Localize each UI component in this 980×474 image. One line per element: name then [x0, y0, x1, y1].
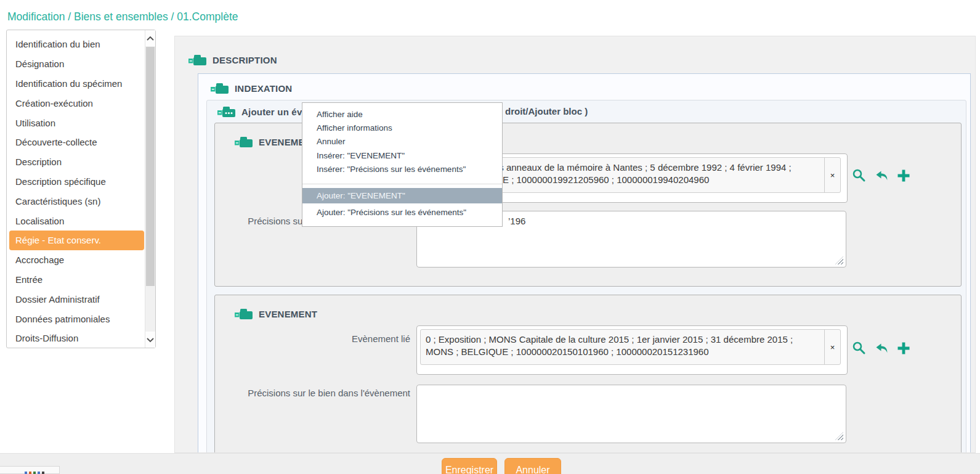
linked-event-label: Evènement lié: [227, 333, 410, 344]
undo-icon: [875, 342, 888, 354]
precisions-textarea[interactable]: [416, 385, 846, 443]
add-event-title-right: droit/Ajouter bloc ): [505, 106, 588, 116]
plus-icon: [897, 341, 910, 355]
chevron-up-icon: [146, 35, 155, 42]
scrollbar-down-button[interactable]: [145, 332, 155, 348]
sidebar-item-identification-du-bien[interactable]: Identification du bien: [7, 35, 145, 54]
chevron-down-icon: [146, 337, 155, 343]
sidebar-list: Identification du bien Désignation Ident…: [7, 30, 145, 348]
context-menu: Afficher aide Afficher informations Annu…: [302, 102, 503, 227]
sidebar-item-accrochage[interactable]: Accrochage: [7, 250, 145, 270]
sidebar-item-decouverte-collecte[interactable]: Découverte-collecte: [7, 133, 145, 152]
event-2-header: EVENEMENT: [235, 308, 317, 320]
menu-item-afficher-informations[interactable]: Afficher informations: [302, 121, 502, 134]
breadcrumb: Modification / Biens et ensembles / 01.C…: [7, 10, 238, 23]
sidebar-item-utilisation[interactable]: Utilisation: [7, 113, 145, 133]
scrollbar-up-button[interactable]: [145, 30, 155, 46]
precisions-value: [417, 385, 846, 393]
field-actions: [851, 168, 911, 183]
menu-gap: [302, 176, 502, 184]
menu-item-inserer-precisions[interactable]: Insérer: "Précisions sur les événements": [302, 163, 502, 176]
main-panel-description: DESCRIPTION INDEXATION Ajouter un évé dr…: [174, 36, 976, 453]
sidebar-item-dossier-administratif[interactable]: Dossier Administratif: [7, 289, 145, 309]
linked-event-value: 0 ; Exposition ; MONS Capitale de la cul…: [421, 330, 824, 364]
page: { "page": { "breadcrumb": "Modification …: [0, 0, 980, 474]
sidebar-item-droits-diffusion[interactable]: Droits-Diffusion: [7, 329, 145, 348]
indexation-title: INDEXATION: [235, 83, 292, 94]
scrollbar-thumb[interactable]: [146, 47, 155, 286]
undo-button[interactable]: [873, 168, 889, 183]
description-title: DESCRIPTION: [213, 55, 277, 65]
cutoff-text-marks: [25, 472, 44, 474]
search-icon: [852, 168, 866, 182]
linked-event-chip: 0 ; Exposition ; MONS Capitale de la cul…: [420, 329, 841, 365]
sidebar-item-description-specifique[interactable]: Description spécifique: [7, 172, 145, 192]
search-icon: [852, 341, 866, 355]
undo-button[interactable]: [873, 340, 889, 356]
folder-icon: [235, 136, 253, 148]
folder-dots-icon: [217, 105, 235, 118]
folder-icon: [235, 308, 253, 320]
sidebar-item-entree[interactable]: Entrée: [7, 270, 145, 290]
plus-icon: [897, 169, 910, 182]
sidebar-item-identification-du-specimen[interactable]: Identification du spécimen: [7, 74, 145, 94]
sidebar-item-description[interactable]: Description: [7, 152, 145, 172]
sidebar-item-regie-etat-conserv[interactable]: Régie - Etat conserv.: [9, 231, 144, 250]
close-icon[interactable]: ×: [824, 330, 840, 364]
menu-item-ajouter-precisions[interactable]: Ajouter: "Précisions sur les événements": [302, 203, 502, 222]
description-header: DESCRIPTION: [188, 54, 277, 66]
add-event-title-left: Ajouter un évé: [241, 107, 307, 117]
undo-icon: [875, 170, 888, 182]
indexation-header: INDEXATION: [211, 82, 292, 94]
field-actions: [851, 340, 911, 356]
add-button[interactable]: [896, 168, 911, 183]
sidebar-scrollbar[interactable]: [145, 30, 155, 348]
event-2-title: EVENEMENT: [259, 309, 317, 319]
menu-item-inserer-evenement[interactable]: Insérer: "EVENEMENT": [302, 149, 502, 162]
sidebar-item-donnees-patrimoniales[interactable]: Données patrimoniales: [7, 309, 145, 329]
save-button[interactable]: Enregistrer: [442, 458, 497, 474]
folder-icon: [211, 82, 229, 94]
menu-separator: [302, 184, 502, 184]
sidebar-item-creation-execution[interactable]: Création-exécution: [7, 93, 145, 113]
menu-item-ajouter-evenement[interactable]: Ajouter: "EVENEMENT": [302, 188, 502, 203]
sidebar-item-designation[interactable]: Désignation: [7, 54, 145, 74]
statusbar-popup: [0, 466, 60, 474]
search-button[interactable]: [851, 340, 867, 356]
cancel-button[interactable]: Annuler: [504, 458, 561, 474]
close-icon[interactable]: ×: [824, 158, 840, 192]
linked-event-field[interactable]: 0 ; Exposition ; MONS Capitale de la cul…: [416, 325, 848, 375]
sidebar-item-caracteristiques-sn[interactable]: Caractéristiques (sn): [7, 191, 145, 211]
resize-handle-icon[interactable]: [835, 256, 843, 264]
menu-item-afficher-aide[interactable]: Afficher aide: [302, 107, 502, 121]
sidebar-item-localisation[interactable]: Localisation: [7, 211, 145, 231]
add-button[interactable]: [896, 340, 911, 356]
event-block-2: EVENEMENT Evènement lié 0 ; Exposition ;…: [214, 295, 962, 453]
menu-item-annuler[interactable]: Annuler: [302, 135, 502, 149]
precisions-label: Précisions sur le bien dans l'évènement: [227, 388, 410, 398]
resize-handle-icon[interactable]: [835, 432, 843, 440]
add-event-header: Ajouter un évé: [217, 104, 307, 120]
folder-icon: [188, 54, 206, 66]
search-button[interactable]: [851, 168, 867, 183]
sidebar: Identification du bien Désignation Ident…: [6, 30, 156, 348]
